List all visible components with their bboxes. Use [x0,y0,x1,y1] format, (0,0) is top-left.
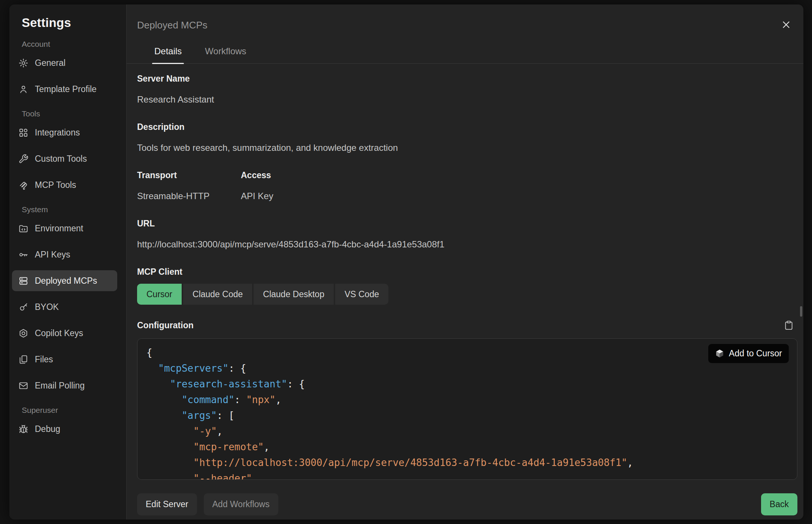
tab-bar: DetailsWorkflows [127,46,803,64]
folder-code-icon [18,223,28,234]
server-name-value: Research Assistant [137,94,797,105]
sidebar-item-label: Deployed MCPs [35,276,97,286]
mcp-client-group: CursorClaude CodeClaude DesktopVS Code [137,284,388,305]
sidebar-item-deployed-mcps[interactable]: Deployed MCPs [12,270,117,291]
sidebar-item-files[interactable]: Files [12,349,117,370]
description-value: Tools for web research, summarization, a… [137,143,797,153]
settings-sidebar: Settings AccountGeneralTemplate ProfileT… [9,4,127,520]
footer-actions: Edit Server Add Workflows Back [137,493,797,515]
transport-label: Transport [137,170,241,180]
deployed-mcps-panel: Deployed MCPs DetailsWorkflows Server Na… [127,4,803,520]
code-line: "command": "npx", [146,392,788,408]
sidebar-section-label-tools: Tools [22,109,117,118]
user-icon [18,84,28,94]
sidebar-item-byok[interactable]: BYOK [12,296,117,317]
code-line: "http://localhost:3000/api/mcp/serve/485… [146,455,788,470]
client-button-claude-code[interactable]: Claude Code [183,284,252,305]
sidebar-section-label-superuser: Superuser [22,406,117,415]
access-column: Access API Key [241,170,273,218]
sidebar-item-label: Copilot Keys [35,328,83,338]
server-name-label: Server Name [137,73,797,84]
sidebar-item-integrations[interactable]: Integrations [12,122,117,143]
panel-title: Deployed MCPs [137,19,797,31]
sidebar-item-label: Template Profile [35,84,97,94]
cursor-cube-icon [715,349,724,358]
code-line: "mcpServers": { [146,360,788,376]
hexagon-nut-icon [18,328,28,338]
sidebar-item-label: BYOK [35,302,59,312]
sidebar-item-environment[interactable]: Environment [12,218,117,239]
blocks-icon [18,128,28,138]
sidebar-item-api-keys[interactable]: API Keys [12,244,117,265]
sidebar-item-label: Integrations [35,128,80,138]
close-icon [781,19,792,30]
server-icon [18,276,28,286]
back-button[interactable]: Back [761,493,797,515]
code-line: "research-assistant": { [146,376,788,392]
add-to-cursor-button[interactable]: Add to Cursor [708,344,789,363]
edit-server-button[interactable]: Edit Server [137,493,197,515]
sidebar-item-custom-tools[interactable]: Custom Tools [12,148,117,169]
sidebar-item-label: API Keys [35,250,70,260]
sidebar-item-email-polling[interactable]: Email Polling [12,375,117,396]
sidebar-item-label: Email Polling [35,381,85,391]
sidebar-item-label: Files [35,354,53,365]
tab-workflows[interactable]: Workflows [203,46,248,63]
code-line: "-y", [146,423,788,439]
client-button-claude-desktop[interactable]: Claude Desktop [254,284,334,305]
code-lines: { "mcpServers": { "research-assistant": … [146,345,788,480]
code-line: "mcp-remote", [146,439,788,455]
sidebar-section-label-account: Account [22,40,117,49]
mail-icon [18,381,28,391]
access-value: API Key [241,191,273,201]
client-button-cursor[interactable]: Cursor [137,284,182,305]
sidebar-item-label: Custom Tools [35,154,87,164]
description-label: Description [137,122,797,132]
tab-details[interactable]: Details [152,46,184,63]
sidebar-item-label: MCP Tools [35,180,76,190]
key-icon [18,250,28,260]
sidebar-sections: AccountGeneralTemplate ProfileToolsInteg… [12,40,117,439]
url-label: URL [137,218,797,229]
configuration-code-block[interactable]: { "mcpServers": { "research-assistant": … [137,338,797,480]
code-line: { [146,345,788,360]
code-line: "args": [ [146,408,788,423]
add-workflows-button[interactable]: Add Workflows [204,493,278,515]
wrench-icon [18,154,28,164]
sidebar-item-debug[interactable]: Debug [12,418,117,439]
key-diagonal-icon [18,302,28,312]
sidebar-item-label: Debug [35,424,60,434]
mcp-client-label: MCP Client [137,266,797,277]
sidebar-item-copilot-keys[interactable]: Copilot Keys [12,323,117,344]
files-icon [18,354,28,365]
url-value: http://localhost:3000/api/mcp/serve/4853… [137,239,797,250]
sidebar-item-template-profile[interactable]: Template Profile [12,79,117,100]
configuration-label: Configuration [137,320,194,330]
sidebar-item-general[interactable]: General [12,52,117,73]
clipboard-icon [784,320,794,330]
transport-column: Transport Streamable-HTTP [137,170,241,218]
bug-icon [18,424,28,434]
copy-config-button[interactable] [782,319,795,332]
sidebar-section-label-system: System [22,205,117,214]
sidebar-item-label: Environment [35,223,83,234]
close-button[interactable] [779,17,794,32]
sidebar-item-mcp-tools[interactable]: MCP Tools [12,174,117,195]
add-to-cursor-label: Add to Cursor [729,348,782,359]
client-button-vs-code[interactable]: VS Code [335,284,388,305]
scrollbar-thumb[interactable] [800,306,802,317]
settings-modal: Settings AccountGeneralTemplate ProfileT… [9,4,803,520]
transport-value: Streamable-HTTP [137,191,241,201]
sidebar-item-label: General [35,58,66,68]
transport-access-row: Transport Streamable-HTTP Access API Key [137,170,797,218]
code-line: "--header" [146,470,788,480]
details-content: Server Name Research Assistant Descripti… [137,73,797,515]
access-label: Access [241,170,273,180]
mcp-icon [18,180,28,190]
gear-icon [18,58,28,68]
settings-title: Settings [22,16,117,30]
configuration-row: Configuration [137,319,797,332]
